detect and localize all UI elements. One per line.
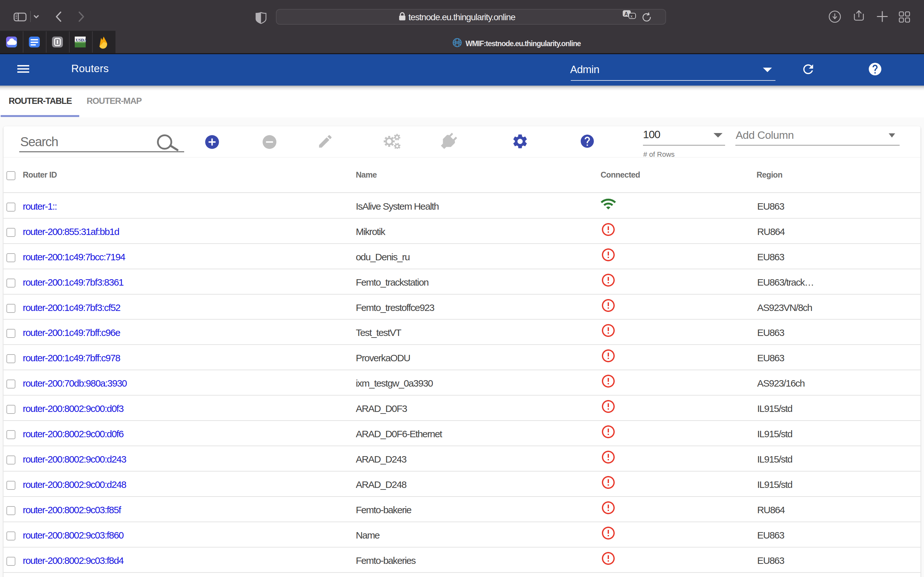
svg-text:A: A xyxy=(624,11,628,17)
svg-text:x: x xyxy=(630,14,633,19)
svg-text:USDA: USDA xyxy=(76,37,87,42)
